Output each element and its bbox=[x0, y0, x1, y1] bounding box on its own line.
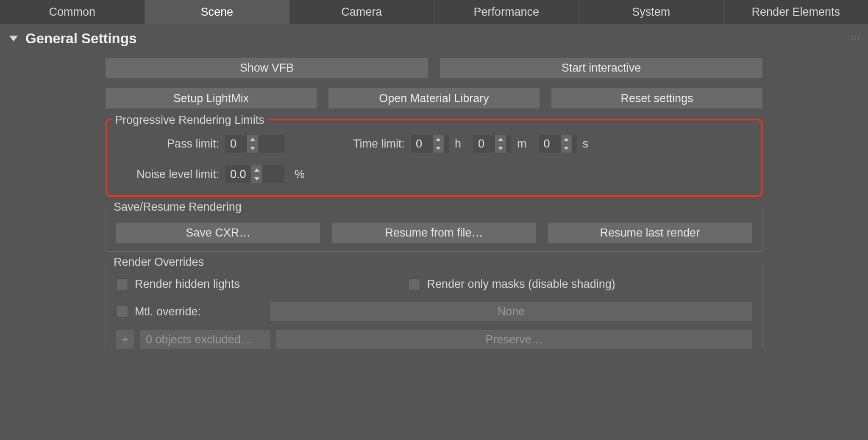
add-exclude-button[interactable]: + bbox=[116, 330, 134, 349]
button-label: Reset settings bbox=[620, 92, 693, 105]
tab-label: Common bbox=[49, 6, 95, 19]
button-label: Open Material Library bbox=[379, 92, 489, 105]
svg-marker-6 bbox=[564, 138, 569, 141]
spinner-up-icon[interactable] bbox=[251, 165, 262, 174]
mtl-override-checkbox[interactable] bbox=[116, 306, 128, 317]
time-s-spinner[interactable]: 0 bbox=[539, 135, 577, 153]
tab-label: System bbox=[632, 6, 670, 19]
spinner-value: 0.0 bbox=[225, 165, 251, 183]
section-title: General Settings bbox=[25, 31, 136, 47]
progressive-rendering-limits-group: Progressive Rendering Limits Pass limit:… bbox=[106, 119, 762, 197]
checkbox-label: Render hidden lights bbox=[135, 278, 240, 291]
mtl-override-slot-button[interactable]: None bbox=[270, 302, 752, 321]
time-h-spinner[interactable]: 0 bbox=[411, 135, 449, 153]
svg-marker-4 bbox=[498, 138, 503, 141]
button-label: Start interactive bbox=[562, 61, 641, 75]
spinner-up-icon[interactable] bbox=[433, 135, 444, 144]
svg-marker-3 bbox=[436, 147, 441, 150]
preserve-button[interactable]: Preserve… bbox=[276, 330, 752, 349]
pass-limit-spinner[interactable]: 0 bbox=[225, 135, 284, 153]
content-area: Show VFB Start interactive Setup LightMi… bbox=[0, 51, 868, 349]
button-label: Resume from file… bbox=[385, 226, 483, 239]
button-label: Resume last render bbox=[600, 226, 700, 239]
svg-marker-7 bbox=[564, 147, 569, 150]
spinner-down-icon[interactable] bbox=[561, 144, 572, 153]
unit-m-label: m bbox=[517, 137, 527, 150]
spinner-up-icon[interactable] bbox=[247, 135, 258, 144]
render-hidden-lights-checkbox[interactable] bbox=[116, 278, 128, 290]
svg-marker-8 bbox=[254, 168, 259, 172]
open-material-library-button[interactable]: Open Material Library bbox=[328, 88, 540, 109]
spinner-down-icon[interactable] bbox=[247, 144, 258, 153]
section-header[interactable]: General Settings bbox=[0, 24, 868, 51]
button-label: 0 objects excluded… bbox=[146, 333, 252, 346]
checkbox-label: Render only masks (disable shading) bbox=[427, 278, 615, 291]
svg-marker-2 bbox=[436, 138, 441, 141]
tab-render-elements[interactable]: Render Elements bbox=[724, 0, 868, 24]
reset-settings-button[interactable]: Reset settings bbox=[551, 88, 762, 109]
plus-icon: + bbox=[121, 332, 129, 347]
setup-lightmix-button[interactable]: Setup LightMix bbox=[106, 88, 317, 109]
tabs-bar: Common Scene Camera Performance System R… bbox=[0, 0, 868, 24]
spinner-value: 0 bbox=[473, 135, 495, 153]
spinner-down-icon[interactable] bbox=[433, 144, 444, 153]
group-legend: Save/Resume Rendering bbox=[110, 201, 245, 214]
tab-system[interactable]: System bbox=[579, 0, 724, 24]
render-only-masks-option[interactable]: Render only masks (disable shading) bbox=[408, 278, 752, 291]
unit-s-label: s bbox=[583, 137, 589, 150]
spinner-value: 0 bbox=[411, 135, 433, 153]
spinner-arrows bbox=[251, 165, 262, 183]
spinner-down-icon[interactable] bbox=[495, 144, 506, 153]
spinner-arrows bbox=[247, 135, 258, 153]
time-m-spinner[interactable]: 0 bbox=[473, 135, 511, 153]
start-interactive-button[interactable]: Start interactive bbox=[440, 58, 762, 78]
tab-scene[interactable]: Scene bbox=[145, 0, 290, 24]
render-only-masks-checkbox[interactable] bbox=[408, 278, 420, 290]
limits-row-1: Pass limit: 0 Time limit: 0 h bbox=[117, 135, 751, 153]
unit-percent-label: % bbox=[295, 168, 305, 181]
noise-limit-label: Noise level limit: bbox=[117, 168, 219, 181]
tab-label: Camera bbox=[341, 6, 382, 19]
svg-marker-5 bbox=[498, 147, 503, 150]
button-label: Show VFB bbox=[240, 61, 294, 75]
save-resume-group: Save/Resume Rendering Save CXR… Resume f… bbox=[106, 208, 762, 252]
spinner-up-icon[interactable] bbox=[561, 135, 572, 144]
group-legend: Progressive Rendering Limits bbox=[111, 114, 268, 127]
overrides-row-3: + 0 objects excluded… Preserve… bbox=[116, 330, 752, 349]
spinner-value: 0 bbox=[539, 135, 561, 153]
save-cxr-button[interactable]: Save CXR… bbox=[116, 223, 320, 243]
tab-label: Scene bbox=[200, 6, 233, 19]
drag-handle-icon[interactable] bbox=[851, 35, 860, 42]
save-resume-row: Save CXR… Resume from file… Resume last … bbox=[116, 223, 752, 243]
button-label: Save CXR… bbox=[186, 226, 250, 239]
overrides-row-1: Render hidden lights Render only masks (… bbox=[116, 278, 752, 291]
overrides-row-2: Mtl. override: None bbox=[116, 302, 752, 321]
tab-common[interactable]: Common bbox=[0, 0, 145, 24]
svg-marker-0 bbox=[250, 138, 255, 141]
spinner-arrows bbox=[561, 135, 572, 153]
time-limit-label: Time limit: bbox=[290, 137, 405, 150]
button-label: Preserve… bbox=[485, 333, 542, 346]
unit-h-label: h bbox=[455, 137, 461, 150]
button-label: Setup LightMix bbox=[173, 92, 249, 105]
group-legend: Render Overrides bbox=[110, 256, 207, 269]
objects-excluded-button[interactable]: 0 objects excluded… bbox=[140, 330, 270, 349]
tab-performance[interactable]: Performance bbox=[434, 0, 579, 24]
tab-camera[interactable]: Camera bbox=[289, 0, 434, 24]
spinner-arrows bbox=[433, 135, 444, 153]
button-row-1: Show VFB Start interactive bbox=[106, 58, 762, 78]
render-overrides-group: Render Overrides Render hidden lights Re… bbox=[106, 263, 762, 349]
render-hidden-lights-option[interactable]: Render hidden lights bbox=[116, 278, 402, 291]
button-label: None bbox=[498, 305, 525, 318]
resume-last-render-button[interactable]: Resume last render bbox=[548, 223, 752, 243]
spinner-up-icon[interactable] bbox=[495, 135, 506, 144]
noise-limit-spinner[interactable]: 0.0 bbox=[225, 165, 284, 183]
tab-label: Render Elements bbox=[751, 6, 840, 19]
svg-marker-1 bbox=[250, 147, 255, 150]
collapse-triangle-icon bbox=[9, 36, 18, 42]
spinner-down-icon[interactable] bbox=[251, 174, 262, 183]
resume-from-file-button[interactable]: Resume from file… bbox=[332, 223, 536, 243]
mtl-override-option[interactable]: Mtl. override: bbox=[116, 305, 264, 318]
button-row-2: Setup LightMix Open Material Library Res… bbox=[106, 88, 762, 109]
show-vfb-button[interactable]: Show VFB bbox=[106, 58, 428, 78]
